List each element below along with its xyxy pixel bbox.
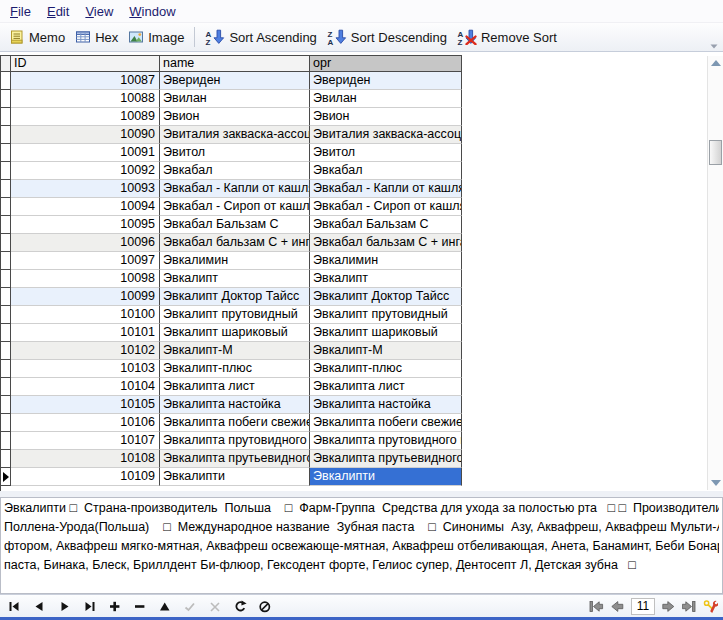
page-first-button[interactable] — [589, 600, 604, 613]
cell-opr-selected[interactable]: Эвкалипти — [310, 468, 462, 486]
menu-item-edit[interactable]: Edit — [39, 1, 77, 22]
row-selector[interactable] — [1, 252, 11, 270]
row-selector[interactable] — [1, 396, 11, 414]
cell-id[interactable]: 10087 — [11, 72, 160, 90]
row-selector[interactable] — [1, 414, 11, 432]
prior-record-button[interactable] — [33, 600, 47, 613]
cell-name[interactable]: Эвкалипта настойка — [160, 396, 310, 414]
row-selector[interactable] — [1, 450, 11, 468]
cell-name[interactable]: Эвилан — [160, 90, 310, 108]
cell-name[interactable]: Эвкалипт шариковый — [160, 324, 310, 342]
toolbar-button-sort-descending[interactable]: ZASort Descending — [322, 27, 452, 47]
cell-name[interactable]: Эвкалипта прутьевидного л — [160, 450, 310, 468]
row-selector[interactable] — [1, 360, 11, 378]
cell-opr[interactable]: Эвиталия закваска-ассоциат — [310, 126, 462, 144]
column-header-id[interactable]: ID — [11, 55, 160, 72]
last-record-button[interactable] — [83, 600, 97, 613]
cell-opr[interactable]: Эвкалипта побеги свежие — [310, 414, 462, 432]
cell-id[interactable]: 10091 — [11, 144, 160, 162]
first-record-button[interactable] — [8, 600, 22, 613]
cell-name[interactable]: Эвкалимин — [160, 252, 310, 270]
cell-opr[interactable]: Эвкалипта прутьевидного л — [310, 450, 462, 468]
row-selector[interactable] — [1, 324, 11, 342]
cell-name[interactable]: Эвкалипт — [160, 270, 310, 288]
column-header-name[interactable]: name — [160, 55, 310, 72]
cell-opr[interactable]: Эвкабал - Капли от кашля — [310, 180, 462, 198]
toolbar-button-image[interactable]: Image — [123, 27, 189, 47]
cell-id[interactable]: 10101 — [11, 324, 160, 342]
cell-id[interactable]: 10096 — [11, 234, 160, 252]
cell-id[interactable]: 10088 — [11, 90, 160, 108]
cell-opr[interactable]: Эвкалипт-плюс — [310, 360, 462, 378]
row-selector[interactable] — [1, 180, 11, 198]
cell-opr[interactable]: Эвкалипта прутовидного по — [310, 432, 462, 450]
row-selector[interactable] — [1, 270, 11, 288]
scrollbar-thumb[interactable] — [709, 140, 722, 165]
cell-name[interactable]: Эвион — [160, 108, 310, 126]
cell-id[interactable]: 10107 — [11, 432, 160, 450]
cell-id[interactable]: 10094 — [11, 198, 160, 216]
record-number-field[interactable]: 11 — [631, 598, 655, 615]
cell-opr[interactable]: Эвкалипт прутовидный — [310, 306, 462, 324]
row-selector[interactable] — [1, 108, 11, 126]
cell-opr[interactable]: Эвкалипта лист — [310, 378, 462, 396]
cell-name[interactable]: Эвериден — [160, 72, 310, 90]
cell-id[interactable]: 10090 — [11, 126, 160, 144]
cell-id[interactable]: 10095 — [11, 216, 160, 234]
cell-id[interactable]: 10089 — [11, 108, 160, 126]
toolbar-options-chevron-down-icon[interactable] — [710, 35, 718, 53]
menu-item-view[interactable]: View — [77, 1, 121, 22]
cell-opr[interactable]: Эвкалипт Доктор Тайсс — [310, 288, 462, 306]
next-record-button[interactable] — [58, 600, 72, 613]
row-selector[interactable] — [1, 468, 11, 486]
cell-opr[interactable]: Эвитол — [310, 144, 462, 162]
cell-name[interactable]: Эвкалипта лист — [160, 378, 310, 396]
refresh-record-button[interactable] — [233, 600, 247, 613]
cell-opr[interactable]: Эвкабал - Сироп от кашля — [310, 198, 462, 216]
insert-record-button[interactable] — [108, 600, 122, 613]
column-header-opr[interactable]: opr — [310, 55, 462, 72]
row-selector[interactable] — [1, 198, 11, 216]
cell-opr[interactable]: Эвкалипт-М — [310, 342, 462, 360]
cell-opr[interactable]: Эвкабал Бальзам С — [310, 216, 462, 234]
block-record-button[interactable] — [258, 600, 272, 613]
cell-id[interactable]: 10092 — [11, 162, 160, 180]
cell-opr[interactable]: Эвилан — [310, 90, 462, 108]
cell-name[interactable]: Эвкалипта прутовидного по — [160, 432, 310, 450]
row-selector[interactable] — [1, 234, 11, 252]
menu-item-file[interactable]: File — [2, 1, 39, 22]
cell-id[interactable]: 10108 — [11, 450, 160, 468]
edit-record-button[interactable] — [158, 600, 172, 613]
cell-name[interactable]: Эвкабал — [160, 162, 310, 180]
cell-opr[interactable]: Эвион — [310, 108, 462, 126]
cell-name[interactable]: Эвкалипт Доктор Тайсс — [160, 288, 310, 306]
row-selector[interactable] — [1, 90, 11, 108]
cell-id[interactable]: 10097 — [11, 252, 160, 270]
cell-name[interactable]: Эвкабал - Сироп от кашля — [160, 198, 310, 216]
cell-name[interactable]: Эвкабал бальзам С + ингаля — [160, 234, 310, 252]
toolbar-button-memo[interactable]: Memo — [4, 27, 70, 47]
cell-name[interactable]: Эвкабал Бальзам С — [160, 216, 310, 234]
page-prev-button[interactable] — [610, 600, 625, 613]
row-selector[interactable] — [1, 342, 11, 360]
toolbar-button-sort-ascending[interactable]: AZSort Ascending — [200, 27, 321, 47]
delete-record-button[interactable] — [133, 600, 147, 613]
cell-opr[interactable]: Эвкалимин — [310, 252, 462, 270]
cell-opr[interactable]: Эвкалипт шариковый — [310, 324, 462, 342]
cell-id[interactable]: 10100 — [11, 306, 160, 324]
toolbar-button-remove-sort[interactable]: AZRemove Sort — [452, 27, 562, 47]
cell-name[interactable]: Эвитол — [160, 144, 310, 162]
cell-id[interactable]: 10106 — [11, 414, 160, 432]
row-selector[interactable] — [1, 432, 11, 450]
vertical-scrollbar[interactable] — [707, 56, 723, 490]
cell-id[interactable]: 10093 — [11, 180, 160, 198]
cell-opr[interactable]: Эвкалипт — [310, 270, 462, 288]
cell-opr[interactable]: Эвкабал бальзам С + ингаля — [310, 234, 462, 252]
row-selector[interactable] — [1, 72, 11, 90]
cell-opr[interactable]: Эвкалипта настойка — [310, 396, 462, 414]
row-selector[interactable] — [1, 144, 11, 162]
row-selector[interactable] — [1, 378, 11, 396]
scroll-down-arrow-icon[interactable] — [711, 480, 721, 486]
cell-opr[interactable]: Эвериден — [310, 72, 462, 90]
cell-id[interactable]: 10098 — [11, 270, 160, 288]
